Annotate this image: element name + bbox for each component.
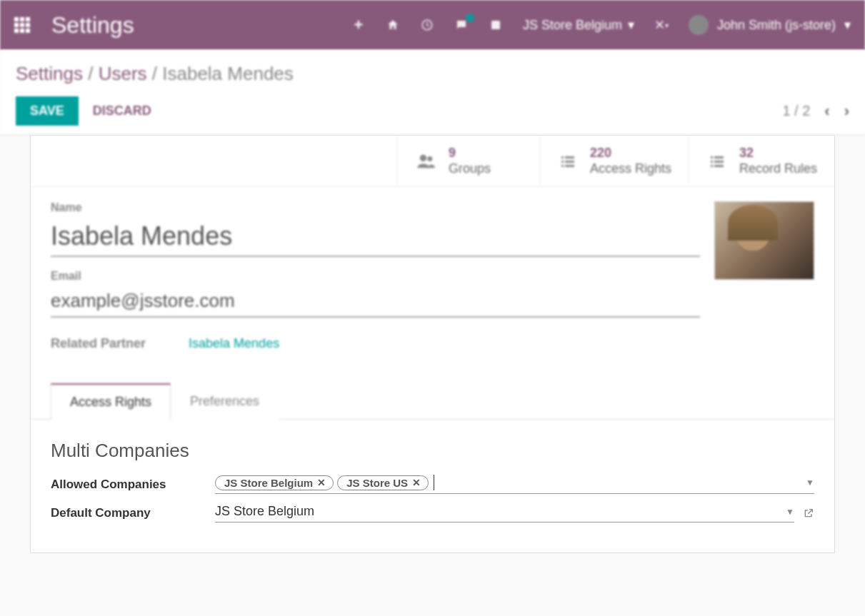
svg-rect-1 <box>491 21 500 29</box>
close-icon[interactable]: ✕▾ <box>654 18 669 32</box>
svg-rect-7 <box>565 161 574 163</box>
pager-prev[interactable]: ‹ <box>824 102 829 121</box>
svg-rect-4 <box>561 156 564 158</box>
svg-rect-6 <box>561 161 564 163</box>
user-menu[interactable]: John Smith (js-store) ▾ <box>689 15 851 35</box>
svg-rect-10 <box>711 156 713 158</box>
breadcrumb: Settings / Users / Isabela Mendes <box>16 63 849 85</box>
breadcrumb-users[interactable]: Users <box>99 63 147 84</box>
svg-rect-8 <box>561 165 564 167</box>
tag-remove-icon[interactable]: ✕ <box>317 477 326 488</box>
company-tag: JS Store Belgium ✕ <box>215 475 334 490</box>
pager-next[interactable]: › <box>844 102 849 121</box>
allowed-companies-label: Allowed Companies <box>51 478 215 492</box>
svg-rect-11 <box>714 156 724 158</box>
pager: 1 / 2 ‹ › <box>782 102 849 121</box>
save-button[interactable]: SAVE <box>16 96 79 126</box>
external-link-icon[interactable] <box>803 508 814 519</box>
svg-rect-5 <box>565 156 574 158</box>
list-icon <box>557 153 579 170</box>
svg-rect-12 <box>711 161 713 163</box>
company-tag: JS Store US ✕ <box>337 475 429 490</box>
form-sheet: 9 Groups 220 Access Rights 32 <box>30 135 835 553</box>
default-company-field[interactable]: JS Store Belgium ▼ <box>215 504 794 522</box>
svg-point-3 <box>427 156 432 161</box>
tab-preferences[interactable]: Preferences <box>171 383 279 420</box>
chevron-down-icon[interactable]: ▼ <box>786 507 794 517</box>
section-multi-companies: Multi Companies <box>51 440 814 462</box>
apps-icon[interactable] <box>14 17 30 33</box>
name-label: Name <box>51 201 700 214</box>
related-partner-link[interactable]: Isabela Mendes <box>189 336 279 351</box>
name-input[interactable] <box>51 217 700 257</box>
stat-record-rules[interactable]: 32 Record Rules <box>689 136 834 186</box>
svg-point-2 <box>420 154 426 161</box>
messaging-icon[interactable] <box>454 18 469 32</box>
default-company-label: Default Company <box>51 506 215 520</box>
email-input[interactable] <box>51 286 700 318</box>
svg-rect-14 <box>711 165 713 167</box>
allowed-companies-field[interactable]: JS Store Belgium ✕ JS Store US ✕ ▼ <box>215 475 814 494</box>
chevron-down-icon[interactable]: ▼ <box>806 478 814 488</box>
breadcrumb-current: Isabela Mendes <box>162 63 294 84</box>
info-icon[interactable] <box>489 18 503 32</box>
svg-rect-15 <box>714 165 724 167</box>
stat-buttons: 9 Groups 220 Access Rights 32 <box>31 136 834 187</box>
tab-content-access-rights: Multi Companies Allowed Companies JS Sto… <box>31 420 834 552</box>
clock-icon[interactable] <box>420 18 434 32</box>
app-title: Settings <box>51 12 134 39</box>
stat-groups[interactable]: 9 Groups <box>396 136 539 186</box>
tabs: Access Rights Preferences <box>31 383 834 420</box>
plus-icon[interactable]: + <box>351 18 366 32</box>
stat-access-rights[interactable]: 220 Access Rights <box>539 136 689 186</box>
home-icon[interactable] <box>386 18 400 32</box>
tag-remove-icon[interactable]: ✕ <box>412 477 421 488</box>
discard-button[interactable]: DISCARD <box>93 103 151 118</box>
svg-rect-9 <box>565 165 574 167</box>
svg-rect-13 <box>714 161 724 163</box>
user-avatar-icon <box>689 15 709 35</box>
user-photo[interactable] <box>714 201 814 280</box>
top-navbar: Settings + JS Store Belgium ▾ ✕▾ John Sm… <box>0 0 865 50</box>
list-icon <box>706 153 728 170</box>
company-selector[interactable]: JS Store Belgium ▾ <box>523 17 634 33</box>
tab-access-rights[interactable]: Access Rights <box>51 383 171 420</box>
related-partner-label: Related Partner <box>51 336 146 351</box>
users-icon <box>414 151 437 171</box>
breadcrumb-settings[interactable]: Settings <box>16 63 83 84</box>
email-label: Email <box>51 270 700 283</box>
text-cursor <box>434 475 434 490</box>
